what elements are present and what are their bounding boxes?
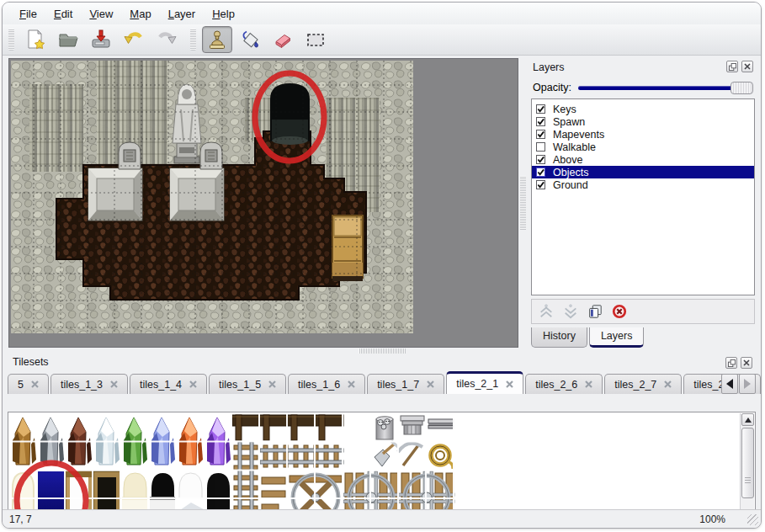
menu-help[interactable]: Help (204, 5, 243, 23)
plank-pieces-tile[interactable] (262, 477, 285, 511)
tileset-tab-tiles-1-7[interactable]: tiles_1_7 (367, 374, 444, 394)
scrollbar-thumb[interactable] (741, 428, 754, 498)
tileset-tab-tiles-2-1-active[interactable]: tiles_2_1 (446, 371, 523, 394)
tab-close-icon[interactable] (664, 380, 672, 388)
scroll-up-button[interactable] (741, 413, 754, 426)
tab-layers[interactable]: Layers (589, 327, 645, 348)
close-panel-icon[interactable] (741, 61, 753, 72)
select-tool-button[interactable] (300, 26, 331, 53)
dark-doorway (270, 83, 310, 145)
layer-row-keys[interactable]: Keys (532, 103, 754, 115)
opacity-slider-track[interactable] (578, 86, 753, 90)
tileset-tab-tiles-1-6[interactable]: tiles_1_6 (288, 374, 365, 394)
menu-view[interactable]: View (81, 5, 121, 23)
tab-close-icon[interactable] (506, 380, 513, 388)
wooden-cabinet (332, 215, 363, 281)
vertical-splitter-handle[interactable] (520, 176, 526, 230)
map-canvas[interactable] (8, 58, 518, 348)
tab-close-icon[interactable] (585, 380, 592, 388)
tab-close-icon[interactable] (110, 380, 118, 388)
right-arrow-icon (744, 379, 751, 389)
undock-tilesets-icon[interactable] (725, 357, 737, 369)
pillar-capital-tile[interactable] (401, 416, 424, 434)
layer-checkbox[interactable] (536, 130, 545, 139)
layers-panel: Layers Opacity: Keys Spawn (529, 60, 757, 348)
stamp-tool-icon (205, 28, 229, 51)
tileset-tab-tiles-2-6[interactable]: tiles_2_6 (525, 374, 603, 394)
layer-row-mapevents[interactable]: Mapevents (532, 128, 754, 141)
tab-history[interactable]: History (531, 327, 587, 348)
tab-close-icon[interactable] (427, 380, 434, 388)
move-layer-up-button[interactable] (537, 302, 555, 321)
vertical-splitter[interactable] (519, 58, 528, 348)
new-file-button[interactable] (20, 26, 50, 53)
resize-grip[interactable] (747, 514, 758, 525)
tab-close-icon[interactable] (268, 380, 276, 388)
status-bar: 17, 7 100% (3, 509, 761, 528)
tab-close-icon[interactable] (348, 380, 355, 388)
layers-panel-title: Layers (533, 61, 565, 73)
scroll-tabs-right-button[interactable] (739, 374, 756, 394)
opacity-row: Opacity: (529, 80, 757, 95)
layer-checkbox[interactable] (536, 104, 545, 114)
menu-file[interactable]: File (11, 5, 45, 23)
tilesets-panel: Tilesets 5 tiles_1_3 tiles_1_4 tiles_1_5… (6, 354, 757, 511)
redo-button[interactable] (151, 26, 182, 53)
toolbar-drag-handle[interactable] (8, 29, 14, 51)
rope-coil-tile[interactable] (431, 446, 453, 469)
tileset-tab-tiles-1-3[interactable]: tiles_1_3 (50, 374, 128, 394)
menu-edit[interactable]: Edit (45, 5, 81, 23)
move-layer-down-button[interactable] (561, 302, 580, 321)
layer-row-spawn[interactable]: Spawn (532, 115, 754, 128)
layer-checkbox[interactable] (536, 142, 545, 152)
app-window: File Edit View Map Layer Help (2, 2, 762, 529)
layer-row-ground[interactable]: Ground (532, 178, 754, 191)
save-button[interactable] (86, 26, 116, 53)
toolbar (3, 24, 761, 56)
new-file-icon (24, 28, 47, 51)
layers-panel-header: Layers (529, 60, 757, 77)
fill-tool-button[interactable] (235, 26, 265, 53)
redo-icon (155, 28, 178, 51)
layer-checkbox[interactable] (536, 168, 545, 177)
tileset-tab-tiles-1-5[interactable]: tiles_1_5 (209, 374, 286, 394)
opacity-slider[interactable] (578, 81, 753, 94)
open-folder-icon (56, 28, 80, 51)
tab-close-icon[interactable] (31, 380, 39, 388)
layer-row-above[interactable]: Above (532, 153, 754, 166)
pillar-with-skulls-tile[interactable] (376, 417, 393, 439)
horizontal-rail-tile[interactable] (260, 445, 343, 467)
tab-close-icon[interactable] (189, 380, 197, 388)
undo-button[interactable] (119, 26, 149, 53)
toolbar-drag-handle-2[interactable] (190, 29, 196, 51)
shovel-tile[interactable] (375, 441, 398, 466)
scroll-tabs-left-button[interactable] (721, 374, 738, 394)
layer-row-walkable[interactable]: Walkable (532, 141, 754, 153)
open-button[interactable] (53, 26, 83, 53)
layer-checkbox[interactable] (536, 155, 545, 164)
tileset-tab-tiles-1-4[interactable]: tiles_1_4 (130, 374, 207, 394)
tileset-tiles (9, 413, 743, 524)
eraser-tool-icon (271, 28, 295, 51)
stamp-tool-button[interactable] (202, 26, 232, 53)
tileset-tab-5[interactable]: 5 (8, 374, 49, 394)
layer-checkbox[interactable] (536, 180, 545, 189)
layer-row-objects-selected[interactable]: Objects (532, 166, 754, 178)
menu-map[interactable]: Map (121, 5, 159, 23)
layer-buttons-bar (531, 299, 755, 324)
horizontal-splitter[interactable] (3, 348, 761, 354)
close-tilesets-icon[interactable] (741, 357, 752, 369)
layer-checkbox[interactable] (536, 117, 545, 126)
menu-layer[interactable]: Layer (160, 5, 205, 23)
metal-beam-tile[interactable] (428, 419, 454, 428)
eraser-tool-button[interactable] (268, 26, 298, 53)
tileset-tab-tiles-2-7[interactable]: tiles_2_7 (604, 374, 682, 394)
duplicate-layer-button[interactable] (586, 302, 604, 321)
opacity-label: Opacity: (529, 82, 573, 93)
pickaxe-tile[interactable] (398, 444, 422, 466)
move-layer-down-icon (563, 304, 578, 319)
opacity-slider-thumb[interactable] (730, 82, 753, 94)
horizontal-splitter-handle[interactable] (359, 348, 406, 354)
delete-layer-button[interactable] (610, 302, 629, 321)
undock-panel-icon[interactable] (726, 61, 738, 72)
